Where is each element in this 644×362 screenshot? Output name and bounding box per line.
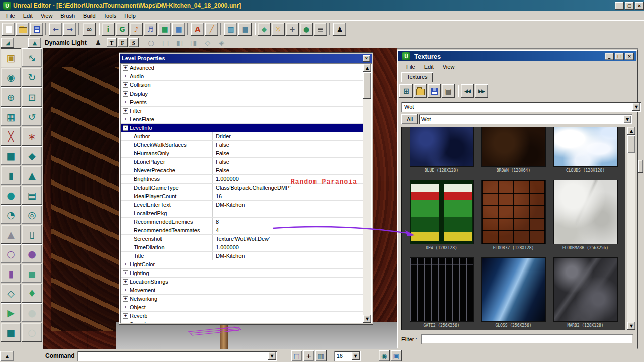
box-brush-icon[interactable]: ■ bbox=[1, 323, 21, 342]
save-map-icon[interactable] bbox=[30, 23, 43, 36]
close-icon[interactable]: × bbox=[363, 55, 370, 62]
properties-icon[interactable]: ▤ bbox=[442, 84, 455, 98]
sphere-brush-icon[interactable]: ● bbox=[1, 186, 21, 205]
vertex-edit-icon[interactable]: ∗ bbox=[22, 127, 42, 146]
terrain-brush-icon[interactable]: ▲ bbox=[1, 225, 21, 244]
scroll-down-icon[interactable]: ▼ bbox=[363, 315, 371, 323]
expander-icon[interactable]: + bbox=[123, 322, 128, 323]
texture-pan-icon[interactable]: ▦ bbox=[1, 107, 21, 126]
scroll-up-icon[interactable]: ▲ bbox=[627, 127, 635, 135]
texture-tile[interactable]: FLOORMARB (256X256) bbox=[554, 180, 617, 250]
expander-icon[interactable]: + bbox=[123, 100, 128, 105]
property-row[interactable]: + Object bbox=[121, 303, 363, 312]
build-paths-icon[interactable]: + bbox=[286, 23, 299, 36]
prev-group-icon[interactable]: ◀◀ bbox=[461, 84, 474, 98]
property-row[interactable]: bHumansOnly False bbox=[121, 149, 363, 158]
poly-mode-icon[interactable]: ◈ bbox=[215, 36, 228, 49]
selection-mode-button[interactable]: S bbox=[129, 38, 139, 47]
property-row[interactable]: IdealPlayerCount 16 bbox=[121, 192, 363, 201]
command-input[interactable]: ▼ bbox=[77, 351, 277, 361]
build-lighting-icon[interactable]: ☼ bbox=[272, 23, 285, 36]
cone-brush-icon[interactable]: ▲ bbox=[22, 166, 42, 185]
deco-brush-icon[interactable]: ◇ bbox=[1, 284, 21, 303]
property-row[interactable]: bCheckWalkSurfaces False bbox=[121, 141, 363, 149]
log-window-icon[interactable]: ▤ bbox=[291, 350, 302, 361]
menu-brush[interactable]: Brush bbox=[56, 12, 79, 20]
menu-help[interactable]: Help bbox=[120, 12, 140, 20]
property-row[interactable]: + LensFlare bbox=[121, 115, 363, 124]
expander-icon[interactable]: - bbox=[123, 125, 128, 131]
music-browser-icon[interactable]: ♪ bbox=[130, 23, 143, 36]
brush-clip-icon[interactable]: ╳ bbox=[1, 127, 21, 146]
maximize-button[interactable]: ▢ bbox=[625, 2, 634, 10]
texture-thumbnail[interactable] bbox=[481, 127, 546, 167]
maximize-viewport-icon[interactable]: ▣ bbox=[391, 350, 402, 361]
texture-tile[interactable]: MARB2 (128X128) bbox=[554, 257, 617, 328]
texture-tile[interactable]: CLOUDS (128X128) bbox=[554, 127, 617, 173]
viewport-layout-icon[interactable]: ▥ bbox=[224, 23, 237, 36]
expander-icon[interactable]: + bbox=[123, 296, 128, 302]
actor-align-icon[interactable]: + bbox=[303, 350, 314, 361]
expander-icon[interactable]: + bbox=[123, 270, 128, 276]
group-browser-icon[interactable]: G bbox=[116, 23, 129, 36]
property-value[interactable]: False bbox=[212, 166, 363, 174]
property-row[interactable]: LocalizedPkg bbox=[121, 209, 363, 218]
curved-stairs-icon[interactable]: ◔ bbox=[1, 205, 21, 224]
menu-view[interactable]: View bbox=[37, 12, 57, 20]
cylinder-brush-icon[interactable]: ▮ bbox=[1, 166, 21, 185]
tube-brush-icon[interactable]: ▮ bbox=[1, 264, 21, 283]
expander-icon[interactable]: + bbox=[123, 262, 128, 267]
scroll-thumb[interactable] bbox=[627, 135, 635, 153]
texture-tile[interactable]: GLOSS (256X256) bbox=[482, 257, 545, 328]
property-row[interactable]: + LightColor bbox=[121, 260, 363, 269]
tab-textures[interactable]: Textures bbox=[401, 72, 433, 82]
sheet-mode-icon[interactable]: ◧ bbox=[173, 36, 186, 49]
property-row[interactable]: + Networking bbox=[121, 295, 363, 303]
property-row[interactable]: Author Drider bbox=[121, 132, 363, 141]
play-level-icon[interactable]: ♟ bbox=[333, 23, 346, 36]
menu-edit[interactable]: Edit bbox=[420, 63, 438, 71]
camera-move-icon[interactable]: ◉ bbox=[1, 68, 21, 87]
textures-title-bar[interactable]: U Textures _▢× bbox=[398, 51, 636, 61]
texture-thumbnail[interactable] bbox=[553, 127, 618, 167]
texture-browser-icon[interactable]: ■ bbox=[158, 23, 171, 36]
ring-brush-icon[interactable]: ○ bbox=[22, 323, 42, 342]
texture-mode-button[interactable]: T bbox=[107, 38, 117, 47]
minimize-button[interactable]: _ bbox=[605, 53, 614, 60]
texture-lock-icon[interactable]: ▣ bbox=[1, 48, 21, 67]
expander-icon[interactable]: + bbox=[123, 313, 128, 319]
property-row[interactable]: + Audio bbox=[121, 72, 363, 81]
group-select[interactable]: Wot ▼ bbox=[419, 114, 632, 124]
package-select[interactable]: Wot ▼ bbox=[401, 102, 641, 112]
ball-brush-icon[interactable]: ● bbox=[22, 244, 42, 263]
texture-rotate-icon[interactable]: ↺ bbox=[22, 107, 42, 126]
sidebar-scroll-bottom-icon[interactable]: ▲ bbox=[0, 351, 14, 361]
property-row[interactable]: + Collision bbox=[121, 81, 363, 89]
menu-edit[interactable]: Edit bbox=[19, 12, 37, 20]
build-all-icon[interactable]: ● bbox=[300, 23, 313, 36]
arrow-tool-icon[interactable]: ▶ bbox=[1, 303, 21, 322]
texture-thumbnail[interactable] bbox=[481, 257, 546, 322]
property-row[interactable]: RecommendedTeammates 4 bbox=[121, 226, 363, 235]
property-row[interactable]: RecommendedEnemies 8 bbox=[121, 218, 363, 226]
property-value[interactable]: False bbox=[212, 149, 363, 157]
flat-mode-button[interactable]: F bbox=[118, 38, 128, 47]
grid-toggle-icon[interactable]: ▦ bbox=[315, 350, 327, 361]
dynamic-light-actor-icon[interactable]: ♟ bbox=[92, 36, 105, 49]
property-row[interactable]: + Lighting bbox=[121, 269, 363, 278]
expander-icon[interactable]: + bbox=[123, 91, 128, 97]
texture-tile[interactable]: GATE2 (256X256) bbox=[410, 257, 473, 328]
menu-view[interactable]: View bbox=[438, 63, 459, 71]
property-row[interactable]: - LevelInfo bbox=[121, 124, 363, 132]
open-map-icon[interactable] bbox=[16, 23, 29, 36]
property-value[interactable]: False bbox=[212, 141, 363, 149]
redo-icon[interactable]: → bbox=[63, 23, 76, 36]
property-value[interactable]: Drider bbox=[212, 132, 363, 140]
cone-mode-icon[interactable]: ◇ bbox=[201, 36, 214, 49]
build-options-icon[interactable]: ≡ bbox=[314, 23, 327, 36]
expander-icon[interactable]: + bbox=[123, 279, 128, 285]
stairs-brush-icon[interactable]: ▤ bbox=[22, 186, 42, 205]
leaf-brush-icon[interactable]: ♦ bbox=[22, 284, 42, 303]
property-row[interactable]: + Reverb bbox=[121, 312, 363, 320]
texture-tile[interactable]: FLOOR37 (128X128) bbox=[482, 180, 545, 250]
